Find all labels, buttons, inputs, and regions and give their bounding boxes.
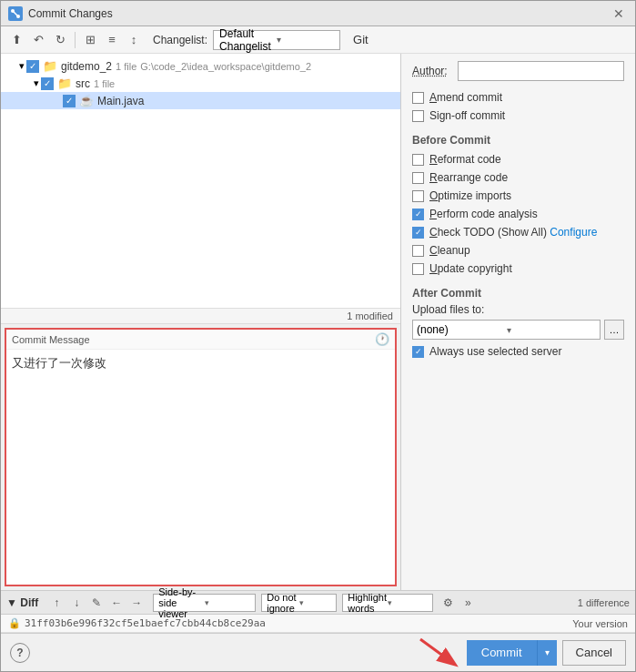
- cancel-button[interactable]: Cancel: [562, 640, 626, 666]
- tree-checkbox[interactable]: ✓: [63, 95, 76, 107]
- check-todo-label: Check TODO (Show All) Configure: [429, 226, 597, 239]
- expand-icon[interactable]: ▾: [34, 77, 39, 89]
- version-label: Your version: [572, 618, 628, 629]
- viewer-dropdown[interactable]: Side-by-side viewer ▾: [153, 594, 256, 612]
- separator-1: [75, 32, 76, 48]
- list-item[interactable]: ▾ ✓ 📁 src 1 file: [1, 75, 400, 92]
- rearrange-code-row: Rearrange code: [412, 171, 624, 184]
- always-use-row: ✓ Always use selected server: [412, 345, 624, 358]
- update-copyright-checkbox[interactable]: [412, 263, 424, 275]
- right-panel: Author: Amend commit Sign-off commit Bef…: [401, 54, 635, 590]
- close-button[interactable]: ✕: [610, 5, 628, 23]
- optimize-imports-row: Optimize imports: [412, 189, 624, 202]
- rearrange-code-checkbox[interactable]: [412, 172, 424, 184]
- help-button[interactable]: ?: [10, 643, 30, 663]
- tree-checkbox[interactable]: ✓: [41, 77, 54, 90]
- tree-item-name: Main.java: [97, 95, 144, 107]
- always-use-checkbox[interactable]: ✓: [412, 346, 424, 358]
- optimize-imports-label: Optimize imports: [429, 189, 511, 202]
- cleanup-checkbox[interactable]: [412, 245, 424, 257]
- window-title: Commit Changes: [28, 7, 610, 20]
- dropdown-arrow-icon: ▾: [277, 35, 334, 45]
- highlight-dropdown-value: Highlight words: [348, 592, 388, 614]
- after-commit-heading: After Commit: [412, 287, 624, 300]
- tree-checkbox[interactable]: ✓: [26, 60, 39, 73]
- diff-up-button[interactable]: ↑: [47, 594, 66, 612]
- amend-commit-label: Amend commit: [429, 91, 502, 104]
- changelist-value: Default Changelist: [219, 27, 277, 53]
- list-item[interactable]: ▾ ✓ 📁 gitdemo_2 1 file G:\code_2\idea_wo…: [1, 57, 400, 75]
- code-analysis-label: Perform code analysis: [429, 208, 538, 220]
- title-bar: Commit Changes ✕: [1, 1, 635, 26]
- dropdown-arrow-icon: ▾: [388, 598, 428, 607]
- signoff-commit-checkbox[interactable]: [412, 110, 424, 122]
- dropdown-arrow-icon: ▾: [507, 325, 597, 335]
- refresh-button[interactable]: ↻: [50, 30, 70, 50]
- recent-messages-button[interactable]: 🕐: [375, 332, 389, 346]
- cleanup-label: Cleanup: [429, 244, 470, 257]
- commit-dropdown-button[interactable]: ▾: [537, 640, 557, 666]
- highlight-dropdown[interactable]: Highlight words ▾: [342, 594, 433, 612]
- commit-message-header: Commit Message 🕐: [6, 330, 395, 350]
- amend-commit-row: Amend commit: [412, 91, 624, 104]
- file-tree[interactable]: ▾ ✓ 📁 gitdemo_2 1 file G:\code_2\idea_wo…: [1, 54, 400, 309]
- commit-message-input[interactable]: [6, 350, 395, 585]
- signoff-commit-label: Sign-off commit: [429, 109, 505, 122]
- diff-file-info: 🔒 31ff03b6e996f32cf5e1baefc7cbb44cb8ce29…: [1, 615, 635, 633]
- changelist-label: Changelist:: [153, 34, 207, 46]
- list-item[interactable]: ✓ ☕ Main.java: [1, 92, 400, 109]
- upload-dropdown[interactable]: (none) ▾: [412, 320, 601, 340]
- svg-line-3: [420, 639, 454, 664]
- optimize-imports-checkbox[interactable]: [412, 190, 424, 202]
- group-button[interactable]: ⊞: [80, 30, 100, 50]
- configure-link[interactable]: Configure: [550, 226, 597, 239]
- dropdown-arrow-icon: ▾: [205, 598, 251, 607]
- changelist-dropdown[interactable]: Default Changelist ▾: [213, 30, 340, 50]
- author-input[interactable]: [458, 61, 624, 81]
- expand-icon[interactable]: ▾: [19, 60, 25, 72]
- move-up-button[interactable]: ⬆: [6, 30, 26, 50]
- undo-button[interactable]: ↶: [28, 30, 48, 50]
- file-count-bar: 1 modified: [1, 309, 400, 324]
- code-analysis-checkbox[interactable]: ✓: [412, 209, 424, 220]
- signoff-commit-row: Sign-off commit: [412, 109, 624, 122]
- sort-button[interactable]: ↕: [124, 30, 144, 50]
- ignore-dropdown-value: Do not ignore: [267, 592, 299, 614]
- commit-message-area: Commit Message 🕐: [5, 328, 397, 586]
- reformat-code-checkbox[interactable]: [412, 154, 424, 166]
- tree-item-name: gitdemo_2: [61, 60, 112, 73]
- left-panel: ▾ ✓ 📁 gitdemo_2 1 file G:\code_2\idea_wo…: [1, 54, 401, 590]
- diff-down-button[interactable]: ↓: [67, 594, 86, 612]
- dropdown-arrow-icon: ▾: [299, 598, 332, 607]
- cleanup-row: Cleanup: [412, 244, 624, 257]
- lock-icon: 🔒: [8, 617, 21, 629]
- diff-title[interactable]: ▼ Diff: [6, 596, 38, 609]
- diff-prev-button[interactable]: ←: [107, 594, 126, 612]
- code-analysis-row: ✓ Perform code analysis: [412, 208, 624, 220]
- svg-line-2: [13, 11, 18, 16]
- ignore-dropdown[interactable]: Do not ignore ▾: [261, 594, 337, 612]
- upload-more-button[interactable]: …: [604, 320, 624, 340]
- author-label: Author:: [412, 65, 458, 77]
- amend-commit-checkbox[interactable]: [412, 92, 424, 104]
- diff-next-button[interactable]: →: [127, 594, 146, 612]
- bottom-bar: ? Commit ▾ Cancel: [1, 633, 635, 671]
- check-todo-row: ✓ Check TODO (Show All) Configure: [412, 226, 624, 239]
- before-commit-heading: Before Commit: [412, 134, 624, 147]
- upload-value: (none): [417, 323, 507, 336]
- tree-item-name: src: [76, 77, 90, 90]
- main-window: Commit Changes ✕ ⬆ ↶ ↻ ⊞ ≡ ↕ Changelist:…: [0, 0, 636, 672]
- list-button[interactable]: ≡: [102, 30, 122, 50]
- settings-icon[interactable]: ⚙: [439, 594, 457, 612]
- update-copyright-row: Update copyright: [412, 262, 624, 275]
- diff-header: ▼ Diff ↑ ↓ ✎ ← → Side-by-side viewer ▾ D…: [1, 591, 635, 615]
- check-todo-checkbox[interactable]: ✓: [412, 227, 424, 239]
- folder-icon: 📁: [43, 59, 57, 73]
- upload-row: (none) ▾ …: [412, 320, 624, 340]
- commit-message-label: Commit Message: [12, 334, 90, 345]
- more-options-icon[interactable]: »: [459, 594, 477, 612]
- commit-button[interactable]: Commit: [467, 640, 537, 666]
- commit-button-group: Commit ▾: [467, 640, 557, 666]
- diff-edit-button[interactable]: ✎: [87, 594, 106, 612]
- git-tab-label[interactable]: Git: [353, 33, 368, 46]
